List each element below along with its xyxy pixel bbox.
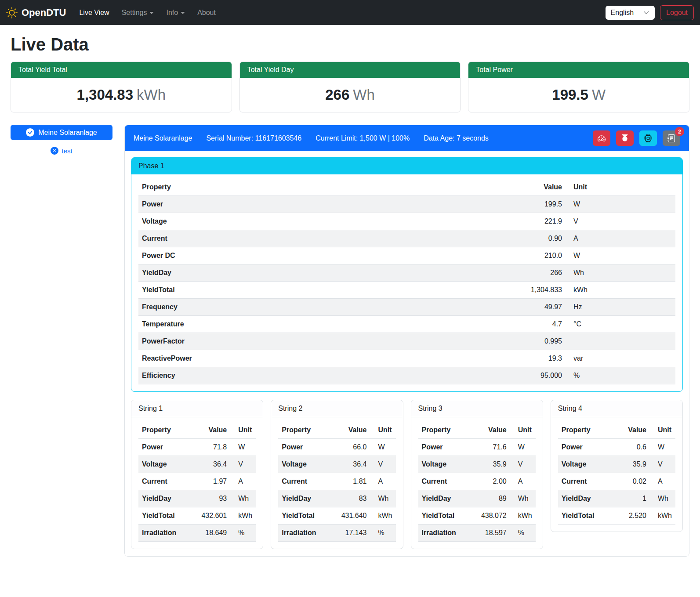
row-value: 0.6 — [609, 439, 650, 456]
table-row: Power0.6W — [558, 439, 675, 456]
cpu-icon — [644, 134, 652, 142]
row-property: YieldDay — [138, 490, 189, 507]
row-property: Irradiation — [418, 525, 469, 542]
table-row: ReactivePower19.3var — [138, 350, 675, 367]
inverter-sidebar: Meine Solaranlage test — [11, 125, 112, 155]
phase-table: Property Value Unit Power199.5WVoltage22… — [138, 179, 675, 384]
table-row: Power71.8W — [138, 439, 256, 456]
event-log-button[interactable]: 2 — [663, 130, 680, 146]
row-value: 18.649 — [189, 525, 231, 542]
logout-button[interactable]: Logout — [660, 5, 694, 20]
row-value: 17.143 — [329, 525, 370, 542]
row-value: 49.97 — [491, 299, 566, 316]
nav-item-info[interactable]: Info — [161, 5, 190, 20]
table-row: YieldDay1Wh — [558, 490, 675, 507]
unit: Wh — [353, 87, 375, 103]
row-property: YieldTotal — [418, 507, 469, 525]
phase-1-panel: Phase 1 Property Value Unit Power199.5WV… — [131, 157, 683, 392]
table-row: Voltage221.9V — [138, 213, 675, 230]
row-unit: A — [230, 473, 256, 490]
navbar-right: English Logout — [606, 5, 694, 20]
table-row: YieldTotal431.640kWh — [278, 507, 395, 525]
row-unit: Hz — [566, 299, 675, 316]
inverter-serial: Serial Number: 116171603546 — [206, 134, 301, 142]
row-unit: V — [566, 213, 675, 230]
card-value: 199.5W — [468, 78, 689, 112]
nav-item-settings[interactable]: Settings — [116, 5, 160, 20]
row-unit: Wh — [370, 490, 396, 507]
row-property: Power — [418, 439, 469, 456]
page-container: Live Data Total Yield Total 1,304.83kWh … — [0, 25, 700, 567]
unit: W — [592, 87, 606, 103]
column-header-property: Property — [138, 422, 189, 439]
sidebar-item-test[interactable]: test — [11, 147, 112, 155]
value: 199.5 — [552, 87, 588, 103]
row-unit: var — [566, 350, 675, 367]
table-header-row: Property Value Unit — [278, 422, 395, 439]
unit: kWh — [137, 87, 166, 103]
page-title: Live Data — [11, 35, 689, 54]
table-row: Power DC210.0W — [138, 247, 675, 264]
row-property: YieldTotal — [138, 507, 189, 525]
row-property: Current — [138, 473, 189, 490]
row-unit: % — [230, 525, 256, 542]
row-property: YieldTotal — [138, 282, 491, 299]
row-property: Voltage — [418, 456, 469, 473]
row-value: 35.9 — [609, 456, 650, 473]
column-header-unit: Unit — [650, 422, 675, 439]
row-property: Power — [138, 439, 189, 456]
card-title: Total Power — [468, 62, 689, 78]
table-row: YieldDay83Wh — [278, 490, 395, 507]
row-value: 35.9 — [469, 456, 510, 473]
string-card-body: Property Value Unit Power0.6WVoltage35.9… — [551, 417, 682, 532]
row-value: 66.0 — [329, 439, 370, 456]
row-value: 83 — [329, 490, 370, 507]
caret-down-icon — [181, 12, 185, 14]
device-info-button[interactable] — [639, 130, 657, 146]
string-card-body: Property Value Unit Power71.6WVoltage35.… — [411, 417, 543, 549]
row-unit: kWh — [510, 507, 536, 525]
brand[interactable]: OpenDTU — [6, 7, 66, 18]
table-row: Power199.5W — [138, 196, 675, 213]
row-unit: A — [650, 473, 675, 490]
row-value: 221.9 — [491, 213, 566, 230]
row-property: Temperature — [138, 316, 491, 333]
row-property: Current — [278, 473, 329, 490]
table-row: Voltage35.9V — [558, 456, 675, 473]
power-toggle-button[interactable] — [616, 130, 634, 146]
row-unit: W — [650, 439, 675, 456]
string-table: Property Value Unit Power71.6WVoltage35.… — [418, 422, 536, 542]
nav-item-label: Live View — [79, 9, 109, 17]
inverter-card: Meine Solaranlage Serial Number: 1161716… — [124, 125, 689, 557]
row-value: 1.97 — [189, 473, 231, 490]
string-card: String 4 Property Value Unit Power0.6WVo… — [551, 400, 683, 532]
row-value: 36.4 — [329, 456, 370, 473]
nav-item-live-view[interactable]: Live View — [74, 5, 114, 20]
check-circle-icon — [26, 128, 34, 137]
row-unit: % — [370, 525, 396, 542]
summary-cards-row: Total Yield Total 1,304.83kWh Total Yiel… — [11, 62, 689, 112]
row-value: 4.7 — [491, 316, 566, 333]
row-value: 438.072 — [469, 507, 510, 525]
inverter-select-label: Meine Solaranlage — [38, 129, 97, 137]
row-unit: V — [230, 456, 256, 473]
card-total-yield-total: Total Yield Total 1,304.83kWh — [11, 62, 232, 112]
table-row: Current0.02A — [558, 473, 675, 490]
row-property: Current — [418, 473, 469, 490]
row-value: 93 — [189, 490, 231, 507]
string-card: String 2 Property Value Unit Power66.0WV… — [271, 400, 403, 549]
string-card-title: String 1 — [131, 400, 263, 417]
row-property: Irradiation — [138, 525, 189, 542]
row-unit: V — [650, 456, 675, 473]
nav-item-about[interactable]: About — [192, 5, 221, 20]
inverter-select-button[interactable]: Meine Solaranlage — [11, 125, 112, 140]
row-value: 89 — [469, 490, 510, 507]
column-header-value: Value — [609, 422, 650, 439]
row-unit: Wh — [510, 490, 536, 507]
limit-settings-button[interactable] — [593, 130, 610, 146]
language-select[interactable]: English — [606, 6, 655, 20]
row-property: Voltage — [138, 213, 491, 230]
table-header-row: Property Value Unit — [558, 422, 675, 439]
row-value: 1,304.833 — [491, 282, 566, 299]
inverter-data-age: Data Age: 7 seconds — [424, 134, 489, 142]
